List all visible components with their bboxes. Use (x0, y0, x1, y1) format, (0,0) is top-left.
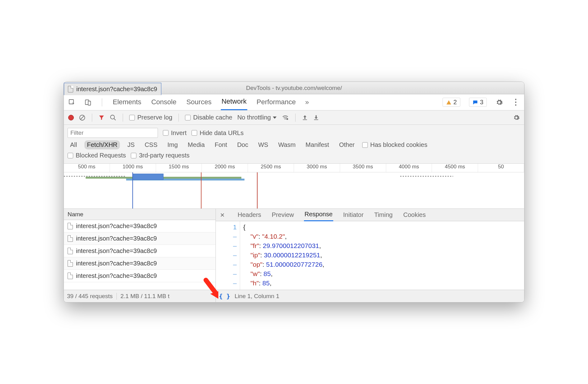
filter-bar: Invert Hide data URLs AllFetch/XHRJSCSSI… (64, 125, 524, 164)
tab-console[interactable]: Console (151, 95, 177, 110)
pretty-print-button[interactable]: { } (219, 293, 230, 300)
filter-type-other[interactable]: Other (337, 140, 357, 149)
network-settings-icon[interactable] (513, 114, 520, 121)
messages-badge[interactable]: 3 (469, 98, 487, 107)
upload-har-icon[interactable] (302, 115, 308, 121)
response-tabs: × HeadersPreviewResponseInitiatorTimingC… (216, 209, 524, 221)
svg-point-4 (111, 115, 115, 119)
filter-type-js[interactable]: JS (125, 140, 137, 149)
invert-checkbox[interactable]: Invert (163, 129, 187, 137)
hide-data-urls-checkbox[interactable]: Hide data URLs (192, 129, 244, 137)
third-party-checkbox[interactable]: 3rd-party requests (131, 152, 189, 159)
filter-type-wasm[interactable]: Wasm (276, 140, 298, 149)
tab-elements[interactable]: Elements (112, 95, 142, 110)
tab-performance[interactable]: Performance (256, 95, 296, 110)
more-tabs-icon[interactable]: » (305, 98, 309, 106)
separator (102, 98, 102, 106)
tab-network[interactable]: Network (221, 94, 247, 110)
request-row[interactable]: interest.json?cache=39ac8c9 (64, 245, 216, 257)
filter-icon[interactable] (98, 115, 105, 121)
request-row[interactable]: interest.json?cache=39ac8c9 (64, 270, 216, 282)
file-icon (68, 260, 73, 267)
file-icon (68, 248, 73, 254)
request-list-pane: Name interest.json?cache=39ac8c9interest… (64, 209, 216, 302)
kebab-menu-icon[interactable]: ⋮ (512, 97, 520, 107)
response-body[interactable]: 1–––––––– { "v": "4.10.2", "fr": 29.9700… (216, 221, 524, 290)
split-pane: Name interest.json?cache=39ac8c9interest… (64, 209, 524, 302)
request-status-bar: 39 / 445 requests 2.1 MB / 11.1 MB t (64, 290, 216, 302)
network-toolbar: Preserve log Disable cache No throttling (64, 110, 524, 125)
svg-rect-2 (88, 101, 91, 105)
response-status-bar: { } Line 1, Column 1 (216, 290, 524, 302)
filter-type-all[interactable]: All (68, 140, 79, 149)
response-tab-initiator[interactable]: Initiator (343, 209, 364, 221)
filter-type-img[interactable]: Img (165, 140, 180, 149)
svg-point-5 (286, 118, 288, 120)
search-icon[interactable] (110, 114, 116, 121)
device-toolbar-icon[interactable] (84, 99, 92, 106)
clear-icon[interactable] (79, 114, 86, 121)
messages-count: 3 (480, 99, 483, 106)
filter-type-ws[interactable]: WS (256, 140, 271, 149)
filter-input[interactable] (68, 128, 158, 138)
tab-sources[interactable]: Sources (186, 95, 212, 110)
request-row[interactable]: interest.json?cache=39ac8c9 (64, 257, 216, 270)
response-tab-headers[interactable]: Headers (237, 209, 262, 221)
filter-type-media[interactable]: Media (185, 140, 207, 149)
request-list: interest.json?cache=39ac8c9interest.json… (64, 220, 216, 290)
request-list-header[interactable]: Name (64, 209, 216, 220)
filter-type-doc[interactable]: Doc (235, 140, 251, 149)
filter-type-font[interactable]: Font (212, 140, 230, 149)
timeline-selection[interactable] (132, 174, 164, 180)
network-conditions-icon[interactable] (282, 114, 289, 121)
status-transfer-size: 2.1 MB / 11.1 MB t (121, 293, 169, 300)
response-tab-preview[interactable]: Preview (271, 209, 295, 221)
record-button[interactable] (68, 115, 74, 120)
file-icon (68, 273, 73, 279)
has-blocked-cookies-checkbox[interactable]: Has blocked cookies (362, 141, 427, 148)
timeline-overview[interactable]: 500 ms1000 ms1500 ms2000 ms2500 ms3000 m… (64, 164, 524, 209)
response-pane: × HeadersPreviewResponseInitiatorTimingC… (216, 209, 524, 302)
preserve-log-checkbox[interactable]: Preserve log (129, 114, 172, 121)
throttling-select[interactable]: No throttling (237, 114, 277, 121)
devtools-window: DevTools - tv.youtube.com/welcome/ Eleme… (64, 82, 524, 302)
warnings-count: 2 (453, 99, 457, 106)
response-tab-cookies[interactable]: Cookies (403, 209, 426, 221)
window-shadow: DevTools - tv.youtube.com/welcome/ Eleme… (64, 82, 524, 302)
download-har-icon[interactable] (313, 115, 319, 121)
panel-tabs: Elements Console Sources Network Perform… (64, 94, 524, 110)
status-request-count: 39 / 445 requests (67, 293, 113, 300)
inspect-element-icon[interactable] (68, 99, 76, 106)
close-icon[interactable]: × (217, 211, 228, 219)
file-icon (68, 223, 73, 229)
request-row[interactable]: interest.json?cache=39ac8c9 (64, 220, 216, 232)
file-icon (68, 235, 73, 242)
warnings-badge[interactable]: 2 (443, 98, 460, 107)
disable-cache-checkbox[interactable]: Disable cache (185, 114, 232, 121)
filter-type-fetchxhr[interactable]: Fetch/XHR (84, 140, 120, 149)
blocked-requests-checkbox[interactable]: Blocked Requests (68, 152, 126, 159)
cursor-position: Line 1, Column 1 (235, 293, 279, 300)
filter-type-manifest[interactable]: Manifest (303, 140, 332, 149)
filter-type-css[interactable]: CSS (142, 140, 160, 149)
settings-icon[interactable] (496, 99, 503, 106)
request-row[interactable]: interest.json?cache=39ac8c9 (64, 232, 216, 245)
response-tab-response[interactable]: Response (304, 208, 333, 221)
window-title: DevTools - tv.youtube.com/welcome/ (246, 85, 342, 91)
response-tab-timing[interactable]: Timing (373, 209, 393, 221)
